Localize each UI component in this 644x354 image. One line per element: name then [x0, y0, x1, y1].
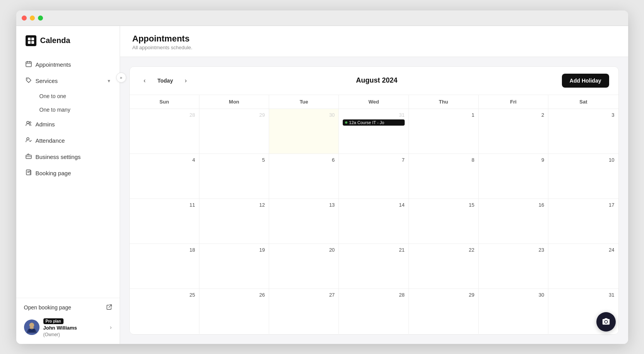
logo-area: Calenda: [16, 35, 120, 57]
tag-icon: [26, 77, 32, 85]
calendar-header-row: SunMonTueWedThuFriSat: [130, 95, 618, 109]
logo-icon: [26, 35, 36, 46]
next-month-button[interactable]: ›: [180, 75, 192, 86]
calendar-day[interactable]: 9: [479, 154, 548, 199]
calendar-day[interactable]: 30: [269, 109, 339, 154]
calendar-day[interactable]: 1: [409, 109, 479, 154]
day-number: 27: [273, 292, 335, 298]
calendar-day[interactable]: 13: [269, 199, 339, 243]
sidebar-item-appointments-label: Appointments: [36, 61, 71, 68]
calendar-event[interactable]: 12a Course IT - Jo: [343, 119, 404, 126]
day-number: 21: [343, 247, 404, 253]
day-number: 22: [413, 247, 474, 253]
day-number: 24: [552, 247, 614, 253]
day-number: 30: [483, 292, 544, 298]
calendar-day[interactable]: 10: [548, 154, 618, 199]
calendar-day[interactable]: 18: [130, 244, 199, 288]
calendar-day[interactable]: 17: [548, 199, 618, 243]
calendar-day[interactable]: 12: [199, 199, 269, 243]
sidebar-item-appointments[interactable]: Appointments: [21, 57, 115, 73]
day-number: 13: [273, 202, 335, 208]
maximize-button[interactable]: [38, 16, 43, 21]
calendar-day[interactable]: 11: [130, 199, 199, 243]
document-icon: [26, 169, 32, 177]
day-number: 29: [203, 112, 265, 118]
calendar-day[interactable]: 7: [339, 154, 409, 199]
sidebar-item-services[interactable]: Services ▾: [21, 73, 115, 89]
calendar-container: ‹ Today › August 2024 Add Holiday SunMon…: [129, 66, 619, 335]
chevron-right-icon: ›: [110, 324, 112, 330]
calendar-day[interactable]: 3: [548, 109, 618, 154]
calendar-day[interactable]: 28: [130, 109, 199, 154]
calendar-day[interactable]: 25: [130, 289, 199, 334]
day-number: 2: [483, 112, 544, 118]
minimize-button[interactable]: [30, 16, 35, 21]
day-number: 16: [483, 202, 544, 208]
calendar-day[interactable]: 5: [199, 154, 269, 199]
calendar-day[interactable]: 24: [548, 244, 618, 288]
calendar-day[interactable]: 29: [409, 289, 479, 334]
calendar-day[interactable]: 19: [199, 244, 269, 288]
user-info: Pro plan John Williams (Owner): [43, 317, 106, 338]
calendar-header-sat: Sat: [548, 95, 618, 109]
svg-point-8: [27, 79, 28, 79]
svg-line-15: [109, 305, 112, 307]
calendar-body: 2829303112a Course IT - Jo12345678910111…: [130, 109, 618, 334]
calendar-day[interactable]: 14: [339, 199, 409, 243]
day-number: 15: [413, 202, 474, 208]
day-number: 26: [203, 292, 265, 298]
day-number: 17: [552, 202, 614, 208]
sidebar-item-one-to-one[interactable]: One to one: [35, 90, 115, 103]
calendar-day[interactable]: 20: [269, 244, 339, 288]
calendar-day[interactable]: 28: [339, 289, 409, 334]
calendar-header-wed: Wed: [339, 95, 409, 109]
collapse-sidebar-button[interactable]: »: [116, 73, 126, 83]
calendar-day[interactable]: 2: [479, 109, 548, 154]
add-holiday-button[interactable]: Add Holiday: [562, 74, 609, 88]
sidebar-item-attendance[interactable]: Attendance: [21, 133, 115, 149]
close-button[interactable]: [22, 16, 27, 21]
sidebar-bottom: Open booking page: [16, 298, 120, 344]
calendar-week-2: 45678910: [130, 154, 618, 199]
briefcase-icon: [26, 153, 32, 161]
screenshot-button[interactable]: [596, 312, 616, 332]
day-number: 20: [273, 247, 335, 253]
day-number: 3: [552, 112, 614, 118]
calendar-day[interactable]: 27: [269, 289, 339, 334]
calendar-day[interactable]: 15: [409, 199, 479, 243]
day-number: 8: [413, 157, 474, 163]
svg-point-17: [29, 323, 34, 328]
calendar-day[interactable]: 8: [409, 154, 479, 199]
main-content: Appointments All appointments schedule. …: [120, 26, 628, 344]
day-number: 1: [413, 112, 474, 118]
calendar-day[interactable]: 6: [269, 154, 339, 199]
sidebar-item-booking-page[interactable]: Booking page: [21, 166, 115, 181]
open-booking-link[interactable]: Open booking page: [24, 304, 112, 311]
calendar-day[interactable]: 23: [479, 244, 548, 288]
calendar-day[interactable]: 29: [199, 109, 269, 154]
sidebar-item-business-settings[interactable]: Business settings: [21, 149, 115, 165]
page-subtitle: All appointments schedule.: [132, 45, 616, 50]
sidebar-item-admins[interactable]: Admins: [21, 117, 115, 132]
calendar-day[interactable]: 26: [199, 289, 269, 334]
logo-text: Calenda: [40, 36, 70, 45]
calendar-header-tue: Tue: [269, 95, 339, 109]
day-number: 4: [134, 157, 195, 163]
day-number: 5: [203, 157, 265, 163]
user-area[interactable]: Pro plan John Williams (Owner) ›: [24, 317, 112, 338]
sidebar-item-one-to-many[interactable]: One to many: [35, 103, 115, 116]
calendar-day[interactable]: 30: [479, 289, 548, 334]
calendar-day[interactable]: 3112a Course IT - Jo: [339, 109, 409, 154]
calendar-day[interactable]: 22: [409, 244, 479, 288]
day-number: 25: [134, 292, 195, 298]
user-name: John Williams: [43, 325, 106, 331]
day-number: 12: [203, 202, 265, 208]
day-number: 23: [483, 247, 544, 253]
today-button[interactable]: Today: [155, 76, 176, 85]
prev-month-button[interactable]: ‹: [139, 75, 151, 86]
calendar-day[interactable]: 16: [479, 199, 548, 243]
svg-rect-0: [28, 38, 31, 40]
calendar-day[interactable]: 4: [130, 154, 199, 199]
calendar-day[interactable]: 21: [339, 244, 409, 288]
external-link-icon: [106, 304, 112, 311]
